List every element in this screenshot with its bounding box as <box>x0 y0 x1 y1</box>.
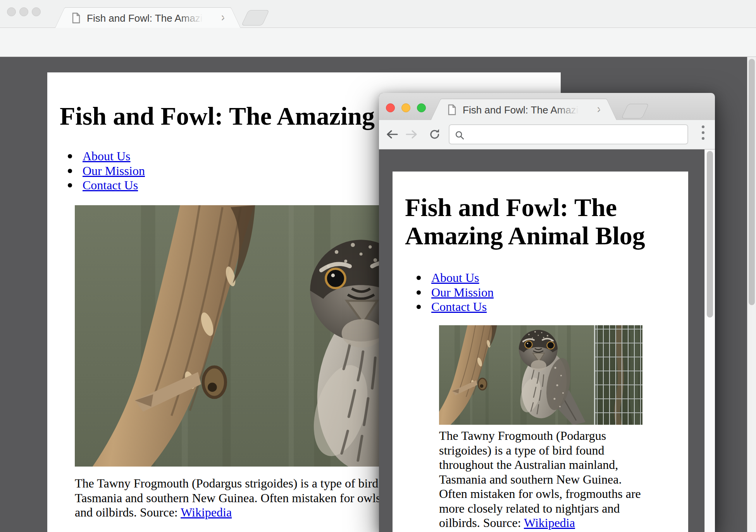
search-icon <box>454 130 465 141</box>
paragraph-line: more closely related to nightjars and <box>439 501 620 516</box>
more-menu-icon[interactable] <box>699 125 707 142</box>
list-item: Contact Us <box>75 178 145 193</box>
page-document-icon <box>448 104 456 115</box>
paragraph-text: oilbirds. Source: <box>439 516 524 530</box>
back-window-scrollbar[interactable] <box>747 57 756 532</box>
minimize-window-button[interactable] <box>19 7 28 16</box>
forward-icon[interactable] <box>405 127 418 141</box>
list-item: About Us <box>75 149 145 164</box>
back-icon[interactable] <box>385 127 399 141</box>
minimize-window-button[interactable] <box>401 103 410 112</box>
front-browser-window: Fish and Fowl: The Amazing Animal Blog ×… <box>379 93 715 532</box>
close-tab-icon[interactable]: × <box>221 12 228 24</box>
close-window-button[interactable] <box>7 7 16 16</box>
list-item: Our Mission <box>75 164 145 178</box>
paragraph-line: Often mistaken for owls, frogmouths are <box>439 487 641 501</box>
front-window-scrollbar[interactable] <box>704 149 715 532</box>
paragraph-line: throughout the Australian mainland, <box>439 458 618 472</box>
front-window-page: Fish and Fowl: The Amazing Animal Blog A… <box>393 172 688 532</box>
close-tab-icon[interactable]: × <box>597 104 604 115</box>
nav-link-list: About Us Our Mission Contact Us <box>424 271 494 314</box>
nav-link-mission[interactable]: Our Mission <box>431 285 494 299</box>
paragraph-line: Tasmania and southern New Guinea. <box>439 472 622 487</box>
new-tab-button[interactable] <box>241 10 270 26</box>
scrollbar-thumb[interactable] <box>749 59 755 305</box>
url-input[interactable] <box>468 125 684 144</box>
front-window-title-bar[interactable]: Fish and Fowl: The Amazing Animal Blog × <box>379 93 715 120</box>
address-bar[interactable] <box>449 124 688 144</box>
nav-link-contact[interactable]: Contact Us <box>431 300 487 314</box>
list-item: Contact Us <box>424 300 494 314</box>
nav-link-about[interactable]: About Us <box>83 149 131 163</box>
list-item: Our Mission <box>424 285 494 300</box>
tab-title: Fish and Fowl: The Amazing Animal Blog <box>463 103 579 117</box>
paragraph-line: strigoides) is a type of bird found <box>439 443 604 458</box>
front-window-toolbar <box>379 120 715 149</box>
page-document-icon <box>72 12 81 24</box>
tab-title-fade <box>554 103 579 117</box>
paragraph-line: and oilbirds. Source: Wikipedia <box>75 505 232 520</box>
back-window-toolbar <box>0 28 756 57</box>
nav-link-contact[interactable]: Contact Us <box>83 178 138 192</box>
browser-tab[interactable]: Fish and Fowl: The Amazing Animal Blog × <box>441 99 606 120</box>
wikipedia-link[interactable]: Wikipedia <box>181 505 232 519</box>
paragraph-line: oilbirds. Source: Wikipedia <box>439 516 575 530</box>
back-window-tab-strip: Fish and Fowl: The Amazing Animal Blog × <box>0 0 756 28</box>
page-title: Fish and Fowl: The Amazing Animal Blog <box>405 193 645 250</box>
page-title-line: Amazing Animal Blog <box>405 221 645 250</box>
close-window-button[interactable] <box>386 103 395 112</box>
tab-title-fade <box>178 12 203 25</box>
list-item: About Us <box>424 271 494 285</box>
scrollbar-thumb[interactable] <box>707 151 713 317</box>
tab-title: Fish and Fowl: The Amazing Animal Blog <box>87 12 203 25</box>
reload-icon[interactable] <box>428 127 442 141</box>
wikipedia-link[interactable]: Wikipedia <box>524 516 575 530</box>
browser-tab[interactable]: Fish and Fowl: The Amazing Animal Blog × <box>65 7 231 28</box>
nav-link-list: About Us Our Mission Contact Us <box>75 149 145 193</box>
zoom-window-button[interactable] <box>417 103 426 112</box>
zoom-window-button[interactable] <box>32 7 41 16</box>
nav-link-mission[interactable]: Our Mission <box>83 164 145 178</box>
nav-link-about[interactable]: About Us <box>431 271 479 285</box>
tawny-frogmouth-photo <box>439 325 642 425</box>
paragraph-line: The Tawny Frogmouth (Podargus <box>439 429 606 443</box>
page-title-line: Fish and Fowl: The <box>405 193 645 221</box>
paragraph-text: and oilbirds. Source: <box>75 505 181 519</box>
new-tab-button[interactable] <box>621 104 649 118</box>
